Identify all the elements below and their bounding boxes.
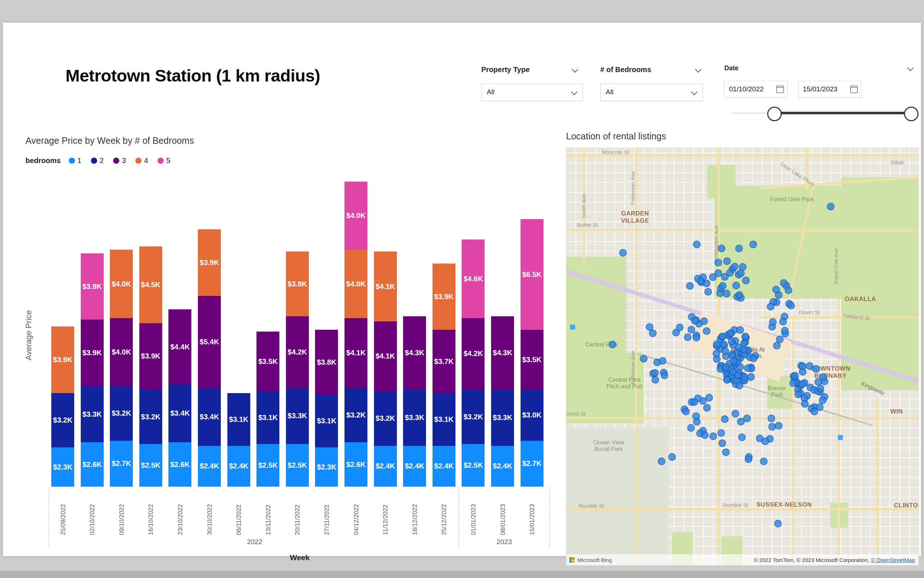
bar-segment-2br[interactable]: $3.2K <box>462 390 485 444</box>
bar-segment-5br[interactable]: $4.0K <box>345 182 367 250</box>
bar-segment-2br[interactable]: $3.0K <box>521 390 544 440</box>
map-data-point[interactable] <box>811 408 818 415</box>
bar-segment-1br[interactable]: $2.4K <box>374 446 397 487</box>
map-data-point[interactable] <box>723 257 731 265</box>
map-data-point[interactable] <box>785 286 792 294</box>
map-data-point[interactable] <box>729 368 737 376</box>
bar-segment-3br[interactable]: $4.4K <box>168 309 191 384</box>
bar-segment-3br[interactable]: $3.8K <box>315 330 338 395</box>
map-data-point[interactable] <box>719 282 727 290</box>
bar-segment-3br[interactable]: $3.9K <box>139 323 162 390</box>
bar-segment-3br[interactable]: $4.3K <box>403 316 426 390</box>
bar-segment-2br[interactable]: $3.1K <box>227 393 250 446</box>
map-data-point[interactable] <box>686 282 694 290</box>
map-data-point[interactable] <box>744 364 752 372</box>
map-data-point[interactable] <box>722 363 730 371</box>
map-data-point[interactable] <box>731 263 738 270</box>
calendar-icon[interactable] <box>850 86 858 93</box>
bar-segment-2br[interactable]: $3.2K <box>345 388 367 443</box>
map-data-point[interactable] <box>640 355 647 362</box>
map-data-point[interactable] <box>731 410 739 417</box>
bar-segment-2br[interactable]: $3.3K <box>491 390 514 445</box>
map-data-point[interactable] <box>700 317 708 325</box>
map-data-point[interactable] <box>767 414 775 422</box>
bar-segment-1br[interactable]: $2.3K <box>315 447 338 487</box>
chevron-down-icon[interactable] <box>695 66 701 72</box>
map-data-point[interactable] <box>684 333 691 341</box>
bar-segment-3br[interactable]: $5.4K <box>198 296 221 388</box>
bar-segment-1br[interactable]: $2.7K <box>110 441 133 487</box>
map-data-point[interactable] <box>781 327 789 334</box>
bar-segment-1br[interactable]: $2.5K <box>139 444 162 487</box>
map-data-point[interactable] <box>730 357 738 365</box>
bar-segment-1br[interactable]: $2.4K <box>403 446 426 487</box>
bar-segment-1br[interactable]: $2.6K <box>345 442 367 487</box>
bar-segment-4br[interactable]: $3.9K <box>51 326 74 393</box>
map-data-point[interactable] <box>744 455 752 463</box>
chevron-down-icon[interactable] <box>907 65 913 71</box>
map-data-point[interactable] <box>768 423 776 430</box>
map-data-point[interactable] <box>776 336 783 343</box>
bar-segment-2br[interactable]: $3.3K <box>403 390 426 445</box>
map-data-point[interactable] <box>775 422 783 430</box>
bar-segment-1br[interactable]: $2.4K <box>198 446 221 487</box>
map-data-point[interactable] <box>760 458 767 465</box>
map-data-point[interactable] <box>738 434 746 441</box>
bar-segment-2br[interactable]: $3.2K <box>139 390 162 444</box>
map-data-point[interactable] <box>767 303 775 310</box>
bar-segment-2br[interactable]: $3.3K <box>81 386 104 442</box>
map-data-point[interactable] <box>660 372 668 379</box>
map-data-point[interactable] <box>736 291 743 299</box>
map-data-point[interactable] <box>713 350 720 357</box>
map-data-point[interactable] <box>801 400 809 408</box>
bar-segment-4br[interactable]: $4.0K <box>345 250 367 318</box>
bar-segment-3br[interactable]: $4.2K <box>462 318 485 390</box>
bar-segment-1br[interactable]: $2.4K <box>491 446 514 487</box>
map-data-point[interactable] <box>658 458 665 465</box>
bar-segment-1br[interactable]: $2.4K <box>432 446 455 487</box>
map-data-point[interactable] <box>732 282 740 289</box>
map-data-point[interactable] <box>740 346 748 354</box>
map-data-point[interactable] <box>693 240 701 248</box>
bar-segment-1br[interactable]: $2.4K <box>227 446 250 487</box>
map-data-point[interactable] <box>736 326 744 334</box>
map-data-point[interactable] <box>709 432 717 440</box>
bar-segment-2br[interactable]: $3.1K <box>315 395 338 447</box>
map-data-point[interactable] <box>739 263 746 271</box>
map-data-point[interactable] <box>706 394 713 401</box>
map-data-point[interactable] <box>774 520 782 528</box>
map-data-point[interactable] <box>718 439 726 447</box>
map-data-point[interactable] <box>721 415 729 423</box>
map-data-point[interactable] <box>717 429 725 437</box>
map-data-point[interactable] <box>714 259 722 266</box>
map-data-point[interactable] <box>787 302 795 309</box>
bar-segment-5br[interactable]: $3.9K <box>81 253 104 320</box>
bar-segment-2br[interactable]: $3.1K <box>432 393 455 446</box>
bar-segment-4br[interactable]: $3.9K <box>432 263 455 330</box>
chevron-down-icon[interactable] <box>571 66 578 72</box>
bar-segment-2br[interactable]: $3.3K <box>286 388 309 444</box>
bedrooms-dropdown[interactable]: All <box>600 84 703 101</box>
map-data-point[interactable] <box>719 333 727 340</box>
date-end-input[interactable]: 15/01/2023 <box>798 81 861 97</box>
map-data-point[interactable] <box>659 357 667 365</box>
map-data-point[interactable] <box>798 380 806 388</box>
map-data-point[interactable] <box>806 362 813 370</box>
openstreetmap-link[interactable]: © OpenStreetMap <box>871 557 915 563</box>
bar-segment-1br[interactable]: $2.5K <box>462 444 485 487</box>
bar-segment-4br[interactable]: $3.8K <box>286 252 309 316</box>
calendar-icon[interactable] <box>776 86 784 93</box>
bar-segment-3br[interactable]: $4.2K <box>286 316 309 388</box>
map-data-point[interactable] <box>722 347 729 355</box>
bar-segment-1br[interactable]: $2.3K <box>51 447 74 487</box>
map-data-point[interactable] <box>693 334 700 341</box>
date-slider-active-range[interactable] <box>774 112 910 114</box>
map-data-point[interactable] <box>608 341 616 348</box>
map-data-point[interactable] <box>668 453 676 461</box>
map-data-point[interactable] <box>704 288 712 295</box>
date-slider-handle-right[interactable] <box>904 107 919 121</box>
map-data-point[interactable] <box>741 373 748 381</box>
bar-segment-5br[interactable]: $4.6K <box>462 240 485 318</box>
bar-segment-3br[interactable]: $3.7K <box>432 330 455 393</box>
map-data-point[interactable] <box>718 245 725 252</box>
